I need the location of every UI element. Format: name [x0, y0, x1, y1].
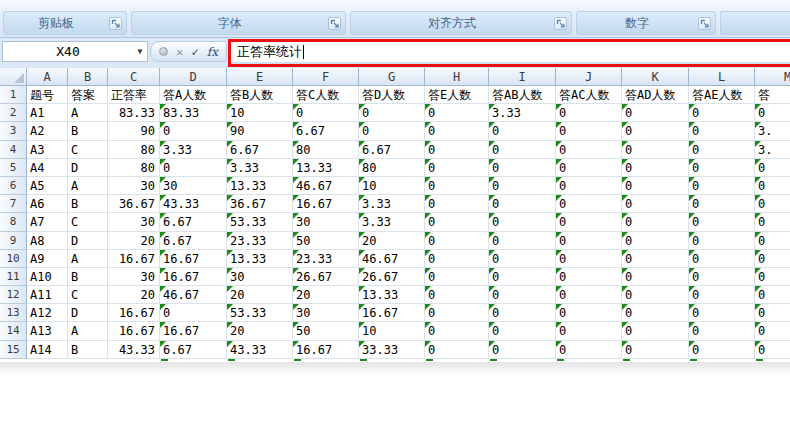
cell-I7[interactable]: 0: [489, 195, 556, 213]
cell-E2[interactable]: 10: [227, 104, 293, 122]
cell-G14[interactable]: 10: [359, 322, 425, 340]
cell-M7[interactable]: 0: [755, 195, 790, 213]
cell-D11[interactable]: 16.67: [160, 268, 227, 286]
cell-F2[interactable]: 0: [293, 104, 359, 122]
cell-F11[interactable]: 26.67: [293, 268, 359, 286]
cell-L10[interactable]: 0: [689, 250, 755, 268]
cell-B6[interactable]: A: [68, 177, 108, 195]
cell-D4[interactable]: 3.33: [160, 141, 227, 159]
cell-C11[interactable]: 30: [108, 268, 160, 286]
cell-G10[interactable]: 46.67: [359, 250, 425, 268]
cancel-icon[interactable]: ✕: [176, 46, 183, 58]
cell-B10[interactable]: A: [68, 250, 108, 268]
cell-L15[interactable]: 0: [689, 341, 755, 359]
cell-K9[interactable]: 0: [622, 232, 689, 250]
cell-L8[interactable]: 0: [689, 213, 755, 231]
cell-I12[interactable]: 0: [489, 286, 556, 304]
cell-H12[interactable]: 0: [425, 286, 489, 304]
cell-E13[interactable]: 53.33: [227, 304, 293, 322]
insert-function-icon[interactable]: fx: [207, 45, 218, 59]
row-header-5[interactable]: 5: [0, 159, 27, 177]
cell-A14[interactable]: A13: [27, 322, 68, 340]
cell-B7[interactable]: B: [68, 195, 108, 213]
cell-M11[interactable]: 0: [755, 268, 790, 286]
cell-J2[interactable]: 0: [556, 104, 622, 122]
column-header-M[interactable]: M: [755, 68, 790, 85]
cell-H5[interactable]: 0: [425, 159, 489, 177]
cell-J10[interactable]: 0: [556, 250, 622, 268]
cell-C14[interactable]: 16.67: [108, 322, 160, 340]
cell-J14[interactable]: 0: [556, 322, 622, 340]
column-header-C[interactable]: C: [108, 68, 160, 85]
column-header-B[interactable]: B: [68, 68, 108, 85]
cell-H8[interactable]: 0: [425, 213, 489, 231]
cell-D7[interactable]: 43.33: [160, 195, 227, 213]
row-header-1[interactable]: 1: [0, 86, 27, 104]
cell-K3[interactable]: 0: [622, 122, 689, 140]
cell-K5[interactable]: 0: [622, 159, 689, 177]
cell-D5[interactable]: 0: [160, 159, 227, 177]
cell-I4[interactable]: 0: [489, 141, 556, 159]
cell-D13[interactable]: 0: [160, 304, 227, 322]
cell-A8[interactable]: A7: [27, 213, 68, 231]
cell-B2[interactable]: A: [68, 104, 108, 122]
column-header-D[interactable]: D: [160, 68, 227, 85]
cell-A12[interactable]: A11: [27, 286, 68, 304]
cell-C15[interactable]: 43.33: [108, 341, 160, 359]
cell-M5[interactable]: 0: [755, 159, 790, 177]
cell-M14[interactable]: 0: [755, 322, 790, 340]
cell-G8[interactable]: 3.33: [359, 213, 425, 231]
column-header-J[interactable]: J: [556, 68, 622, 85]
cell-F8[interactable]: 30: [293, 213, 359, 231]
cell-J15[interactable]: 0: [556, 341, 622, 359]
cell-F13[interactable]: 30: [293, 304, 359, 322]
cell-H2[interactable]: 0: [425, 104, 489, 122]
cell-M12[interactable]: 0: [755, 286, 790, 304]
cell-I11[interactable]: 0: [489, 268, 556, 286]
cell-D2[interactable]: 83.33: [160, 104, 227, 122]
row-header-6[interactable]: 6: [0, 177, 27, 195]
cell-I15[interactable]: 0: [489, 341, 556, 359]
cell-I8[interactable]: 0: [489, 213, 556, 231]
row-header-10[interactable]: 10: [0, 250, 27, 268]
row-header-2[interactable]: 2: [0, 104, 27, 122]
cell-G15[interactable]: 33.33: [359, 341, 425, 359]
cell-A7[interactable]: A6: [27, 195, 68, 213]
cell-J13[interactable]: 0: [556, 304, 622, 322]
cell-G1[interactable]: 答D人数: [359, 86, 425, 104]
cell-F15[interactable]: 16.67: [293, 341, 359, 359]
cell-C5[interactable]: 80: [108, 159, 160, 177]
cell-E7[interactable]: 36.67: [227, 195, 293, 213]
cell-D15[interactable]: 6.67: [160, 341, 227, 359]
cell-J8[interactable]: 0: [556, 213, 622, 231]
row-header-12[interactable]: 12: [0, 286, 27, 304]
cell-C2[interactable]: 83.33: [108, 104, 160, 122]
cell-M13[interactable]: 0: [755, 304, 790, 322]
cell-K2[interactable]: 0: [622, 104, 689, 122]
cell-G7[interactable]: 3.33: [359, 195, 425, 213]
cell-H7[interactable]: 0: [425, 195, 489, 213]
enter-icon[interactable]: ✓: [191, 46, 198, 58]
cell-M6[interactable]: 0: [755, 177, 790, 195]
cell-F1[interactable]: 答C人数: [293, 86, 359, 104]
cell-C13[interactable]: 16.67: [108, 304, 160, 322]
cell-L14[interactable]: 0: [689, 322, 755, 340]
cell-J11[interactable]: 0: [556, 268, 622, 286]
cell-M9[interactable]: 0: [755, 232, 790, 250]
cell-M15[interactable]: 0: [755, 341, 790, 359]
cell-K6[interactable]: 0: [622, 177, 689, 195]
cell-I13[interactable]: 0: [489, 304, 556, 322]
cell-K7[interactable]: 0: [622, 195, 689, 213]
cell-B13[interactable]: D: [68, 304, 108, 322]
cell-H14[interactable]: 0: [425, 322, 489, 340]
cell-K1[interactable]: 答AD人数: [622, 86, 689, 104]
cell-G12[interactable]: 13.33: [359, 286, 425, 304]
cell-E6[interactable]: 13.33: [227, 177, 293, 195]
cell-M8[interactable]: 0: [755, 213, 790, 231]
cell-K14[interactable]: 0: [622, 322, 689, 340]
cell-L5[interactable]: 0: [689, 159, 755, 177]
cell-F6[interactable]: 46.67: [293, 177, 359, 195]
cell-A11[interactable]: A10: [27, 268, 68, 286]
cell-B8[interactable]: C: [68, 213, 108, 231]
cell-E4[interactable]: 6.67: [227, 141, 293, 159]
